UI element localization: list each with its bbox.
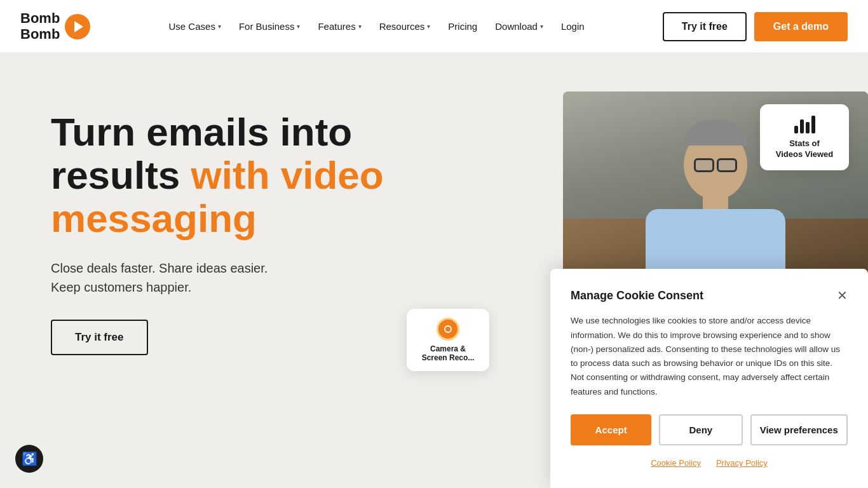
stats-label: Stats of Videos Viewed bbox=[776, 139, 834, 160]
logo-play-icon bbox=[65, 14, 90, 39]
bar-4 bbox=[811, 116, 815, 133]
nav-features[interactable]: Features ▾ bbox=[310, 16, 369, 37]
cookie-deny-button[interactable]: Deny bbox=[659, 414, 742, 445]
chevron-down-icon: ▾ bbox=[427, 23, 430, 30]
chevron-down-icon: ▾ bbox=[297, 23, 300, 30]
logo-text-line1: Bomb bbox=[20, 11, 60, 26]
hero-title: Turn emails into results with videomessa… bbox=[51, 111, 407, 241]
chevron-down-icon: ▾ bbox=[540, 23, 543, 30]
cookie-view-preferences-button[interactable]: View preferences bbox=[750, 414, 848, 445]
logo-text-line2: Bomb bbox=[20, 27, 60, 42]
nav-resources[interactable]: Resources ▾ bbox=[372, 16, 438, 37]
cookie-modal: Manage Cookie Consent ✕ We use technolog… bbox=[550, 269, 868, 488]
try-free-header-button[interactable]: Try it free bbox=[663, 12, 747, 41]
cookie-policy-link[interactable]: Cookie Policy bbox=[651, 458, 701, 468]
header-actions: Try it free Get a demo bbox=[663, 12, 848, 41]
bar-chart-icon bbox=[794, 114, 815, 133]
logo[interactable]: Bomb Bomb bbox=[20, 11, 90, 41]
nav-for-business[interactable]: For Business ▾ bbox=[231, 16, 308, 37]
hero-content: Turn emails into results with videomessa… bbox=[51, 92, 407, 355]
cookie-accept-button[interactable]: Accept bbox=[571, 414, 651, 445]
accessibility-button[interactable]: ♿ bbox=[15, 445, 43, 473]
site-header: Bomb Bomb Use Cases ▾ For Business ▾ Fea… bbox=[0, 0, 868, 53]
accessibility-icon: ♿ bbox=[22, 451, 37, 466]
bar-3 bbox=[806, 122, 810, 133]
cookie-title: Manage Cookie Consent bbox=[571, 289, 703, 302]
camera-label: Camera & Screen Reco... bbox=[422, 344, 475, 362]
nav-use-cases[interactable]: Use Cases ▾ bbox=[161, 16, 229, 37]
cookie-buttons: Accept Deny View preferences bbox=[571, 414, 848, 445]
bar-1 bbox=[794, 126, 798, 133]
camera-icon-inner bbox=[444, 325, 452, 333]
camera-icon bbox=[437, 318, 459, 341]
nav-login[interactable]: Login bbox=[553, 16, 592, 37]
bar-2 bbox=[800, 119, 804, 133]
chevron-down-icon: ▾ bbox=[218, 23, 221, 30]
main-nav: Use Cases ▾ For Business ▾ Features ▾ Re… bbox=[161, 16, 592, 37]
chevron-down-icon: ▾ bbox=[358, 23, 362, 30]
privacy-policy-link[interactable]: Privacy Policy bbox=[716, 458, 768, 468]
hero-subtitle: Close deals faster. Share ideas easier. … bbox=[51, 259, 407, 297]
try-free-hero-button[interactable]: Try it free bbox=[51, 320, 148, 355]
cookie-body-text: We use technologies like cookies to stor… bbox=[571, 314, 848, 399]
cookie-header: Manage Cookie Consent ✕ bbox=[571, 289, 848, 302]
camera-card: Camera & Screen Reco... bbox=[407, 309, 489, 371]
stats-card: Stats of Videos Viewed bbox=[760, 104, 849, 170]
nav-download[interactable]: Download ▾ bbox=[487, 16, 551, 37]
cookie-close-button[interactable]: ✕ bbox=[837, 289, 848, 302]
cookie-links: Cookie Policy Privacy Policy bbox=[571, 458, 848, 468]
get-demo-button[interactable]: Get a demo bbox=[754, 12, 848, 41]
nav-pricing[interactable]: Pricing bbox=[440, 16, 485, 37]
